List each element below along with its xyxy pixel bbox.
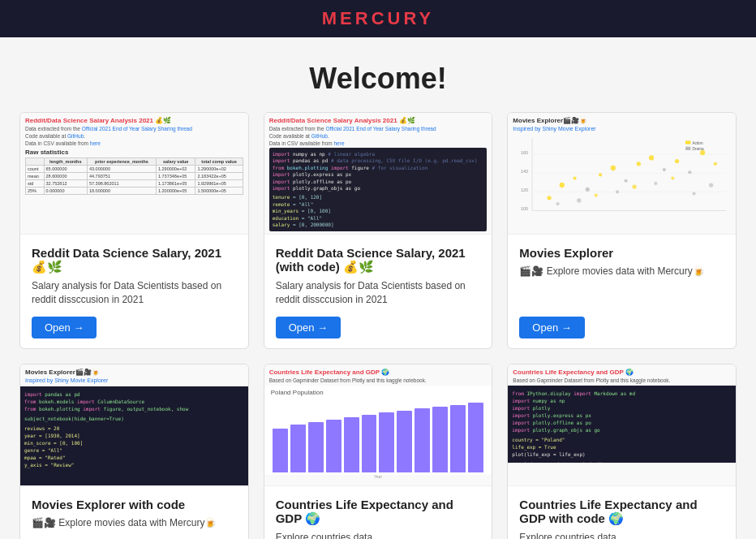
svg-point-31 (709, 183, 713, 187)
card-body-movies-1: Movies Explorer 🎬🎥 Explore movies data w… (508, 235, 736, 348)
card-preview-reddit-2: Reddit/Data Science Salary Analysis 2021… (264, 113, 492, 235)
card-preview-countries-2: Countries Life Expectancy and GDP 🌍 Base… (508, 364, 736, 486)
svg-point-15 (625, 179, 628, 183)
svg-rect-34 (685, 147, 690, 150)
card-desc: 🎬🎥 Explore movies data with Mercury🍺 (32, 516, 237, 539)
svg-text:140: 140 (521, 169, 528, 174)
card-preview-countries-1: Countries Life Expectancy and GDP 🌍 Base… (264, 364, 492, 486)
svg-point-24 (578, 198, 582, 202)
svg-point-10 (560, 183, 565, 188)
svg-point-25 (595, 194, 598, 197)
card-countries-2: Countries Life Expectancy and GDP 🌍 Base… (507, 364, 737, 539)
svg-point-19 (675, 159, 679, 163)
card-body-countries-1: Countries Life Expectancy and GDP 🌍 Expl… (264, 486, 492, 539)
card-desc: Explore countries data (519, 531, 724, 539)
svg-text:Action: Action (693, 141, 703, 145)
card-body-reddit-2: Reddit Data Science Salary, 2021 (with c… (264, 235, 492, 348)
svg-point-20 (689, 170, 692, 174)
svg-point-22 (714, 162, 717, 166)
open-button-reddit-2[interactable]: Open → (276, 317, 341, 338)
svg-point-30 (693, 192, 696, 195)
card-title: Movies Explorer with code (32, 498, 237, 511)
card-preview-movies-2: Movies Explorer🎬🎥🍺 Inspired by Shiny Mov… (20, 364, 248, 486)
card-movies-2: Movies Explorer🎬🎥🍺 Inspired by Shiny Mov… (19, 364, 249, 539)
card-reddit-salary-1: Reddit/Data Science Salary Analysis 2021… (19, 112, 249, 349)
svg-point-23 (556, 202, 560, 205)
card-desc: 🎬🎥 Explore movies data with Mercury🍺 (519, 265, 724, 307)
svg-point-11 (573, 177, 577, 180)
svg-point-16 (637, 162, 641, 166)
svg-rect-32 (685, 140, 690, 144)
card-title: Reddit Data Science Salary, 2021 (with c… (276, 246, 481, 274)
card-countries-1: Countries Life Expectancy and GDP 🌍 Base… (264, 364, 493, 539)
svg-point-14 (611, 166, 616, 170)
svg-point-27 (633, 184, 637, 188)
svg-point-18 (663, 168, 666, 171)
svg-text:160: 160 (521, 150, 528, 155)
card-body-countries-2: Countries Life Expectancy and GDP with c… (508, 486, 736, 539)
card-preview-movies-1: Movies Explorer🎬🎥🍺 Inspired by Shiny Mov… (508, 113, 736, 235)
scatter-plot: 100 120 140 160 (511, 134, 732, 219)
card-reddit-salary-2: Reddit/Data Science Salary Analysis 2021… (264, 112, 493, 349)
svg-point-17 (649, 155, 654, 160)
svg-point-26 (616, 190, 619, 193)
site-logo: MERCURY (0, 8, 756, 29)
svg-point-28 (655, 182, 658, 185)
card-desc: Salary analysis for Data Scientists base… (32, 279, 237, 307)
svg-point-29 (672, 177, 675, 180)
open-button-movies-1[interactable]: Open → (519, 317, 584, 338)
svg-text:100: 100 (521, 207, 528, 212)
card-title: Reddit Data Science Salary, 2021 💰🌿 (32, 246, 237, 274)
svg-text:Drama: Drama (693, 147, 705, 151)
svg-point-13 (599, 173, 602, 176)
svg-text:120: 120 (521, 188, 528, 192)
card-body-reddit-1: Reddit Data Science Salary, 2021 💰🌿 Sala… (20, 235, 248, 348)
svg-point-12 (586, 188, 590, 192)
svg-point-9 (548, 196, 552, 200)
site-header: MERCURY (0, 0, 756, 37)
card-body-movies-2: Movies Explorer with code 🎬🎥 Explore mov… (20, 486, 248, 539)
page-title: Welcome! (0, 62, 756, 96)
open-button-reddit-1[interactable]: Open → (32, 317, 97, 338)
card-desc: Explore countries data (276, 531, 481, 539)
card-title: Countries Life Expectancy and GDP with c… (519, 498, 724, 526)
card-title: Movies Explorer (519, 246, 724, 260)
card-title: Countries Life Expectancy and GDP 🌍 (276, 498, 481, 526)
card-preview-reddit-1: Reddit/Data Science Salary Analysis 2021… (20, 113, 248, 235)
card-movies-1: Movies Explorer🎬🎥🍺 Inspired by Shiny Mov… (507, 112, 737, 349)
card-desc: Salary analysis for Data Scientists base… (276, 279, 481, 307)
cards-grid: Reddit/Data Science Salary Analysis 2021… (5, 112, 751, 539)
